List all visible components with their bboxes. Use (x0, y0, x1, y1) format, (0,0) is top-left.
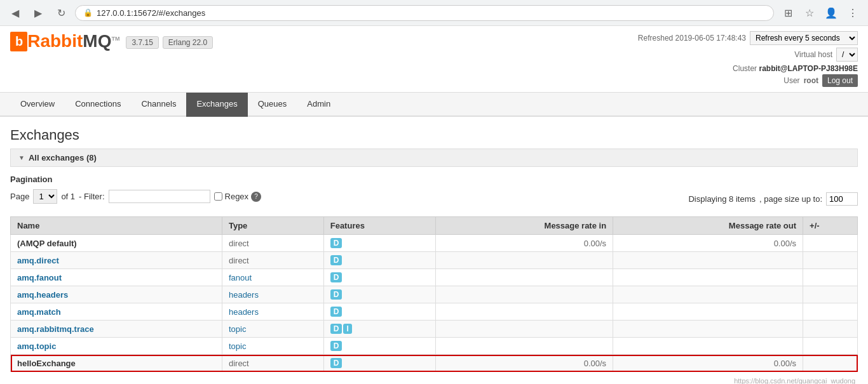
cell-type: direct (222, 355, 323, 372)
cell-plus-minus (803, 303, 858, 321)
display-info: Displaying 8 items , page size up to: (688, 192, 858, 206)
main-nav: Overview Connections Channels Exchanges … (0, 93, 868, 117)
pagination-section: Pagination Page 1 of 1 - Filter: Regex ?… (10, 175, 858, 209)
virtual-host-row: Virtual host / (638, 48, 858, 62)
cell-features: D (323, 235, 436, 252)
section-header-text: All exchanges (8) (29, 153, 97, 162)
table-row: amq.matchheadersD (11, 303, 858, 321)
cell-features: D (323, 286, 436, 303)
nav-queues[interactable]: Queues (248, 93, 297, 117)
cell-type: direct (222, 235, 323, 252)
cell-rate-in: 0.00/s (436, 235, 613, 252)
cell-name: (AMQP default) (11, 235, 222, 252)
regex-checkbox[interactable] (214, 192, 222, 201)
page-label: Page (10, 192, 29, 201)
lock-icon: 🔒 (83, 8, 93, 17)
cell-name: helloExchange (11, 355, 222, 372)
nav-exchanges[interactable]: Exchanges (186, 93, 247, 117)
cell-rate-out (613, 321, 803, 338)
browser-actions: ⊞ ☆ 👤 ⋮ (779, 4, 862, 22)
cell-features: D (323, 338, 436, 355)
feature-badge: D (330, 272, 342, 282)
col-name: Name (11, 217, 222, 235)
pagination-controls: Page 1 of 1 - Filter: Regex ? (10, 189, 261, 204)
cell-features: DI (323, 321, 436, 338)
page-select[interactable]: 1 (33, 189, 57, 204)
nav-overview[interactable]: Overview (10, 93, 65, 117)
help-badge[interactable]: ? (251, 192, 261, 202)
feature-badge: D (330, 238, 342, 248)
version-badge: 3.7.15 (126, 36, 158, 49)
col-type: Type (222, 217, 323, 235)
refresh-row: Refreshed 2019-06-05 17:48:43 Refresh ev… (638, 31, 858, 45)
account-button[interactable]: 👤 (822, 4, 840, 22)
page-size-input[interactable] (826, 192, 858, 206)
page-title: Exchanges (10, 127, 858, 143)
exchange-link[interactable]: amq.fanout (17, 273, 62, 282)
table-row: amq.headersheadersD (11, 286, 858, 303)
cell-rate-in (436, 269, 613, 286)
cluster-value: rabbit@LAPTOP-PJ83H98E (759, 64, 858, 73)
cell-plus-minus (803, 338, 858, 355)
back-button[interactable]: ◀ (6, 4, 24, 22)
filter-input[interactable] (109, 190, 210, 203)
cell-rate-in (436, 338, 613, 355)
table-row: amq.topictopicD (11, 338, 858, 355)
version-badges: 3.7.15 Erlang 22.0 (126, 36, 213, 49)
displaying-text: Displaying 8 items (688, 194, 756, 204)
cell-rate-in (436, 286, 613, 303)
cell-type: topic (222, 338, 323, 355)
cell-rate-out (613, 286, 803, 303)
cell-rate-in (436, 321, 613, 338)
filter-label: - Filter: (79, 192, 104, 201)
virtual-host-label: Virtual host (794, 50, 832, 59)
cell-plus-minus (803, 355, 858, 372)
user-value: root (804, 76, 818, 85)
nav-admin[interactable]: Admin (297, 93, 341, 117)
cell-name: amq.rabbitmq.trace (11, 321, 222, 338)
exchange-link[interactable]: amq.topic (17, 341, 56, 351)
cell-rate-out (613, 338, 803, 355)
col-features: Features (323, 217, 436, 235)
cell-plus-minus (803, 269, 858, 286)
virtual-host-select[interactable]: / (836, 48, 858, 62)
cell-type: headers (222, 303, 323, 321)
menu-button[interactable]: ⋮ (844, 4, 862, 22)
cell-type: headers (222, 286, 323, 303)
cell-plus-minus (803, 286, 858, 303)
screenshot-button[interactable]: ⊞ (779, 4, 797, 22)
cell-plus-minus (803, 252, 858, 269)
cell-type: fanout (222, 269, 323, 286)
exchange-link[interactable]: amq.match (17, 307, 61, 317)
cell-rate-in (436, 303, 613, 321)
cell-name: amq.fanout (11, 269, 222, 286)
table-row: (AMQP default)directD0.00/s0.00/s (11, 235, 858, 252)
nav-connections[interactable]: Connections (65, 93, 131, 117)
refresh-button[interactable]: ↻ (52, 4, 70, 22)
exchange-link[interactable]: amq.headers (17, 290, 68, 300)
exchange-link[interactable]: amq.rabbitmq.trace (17, 324, 94, 334)
nav-channels[interactable]: Channels (131, 93, 186, 117)
refresh-select[interactable]: Refresh every 5 seconds Refresh every 10… (750, 31, 858, 45)
exchange-link[interactable]: amq.direct (17, 256, 59, 265)
cell-name: amq.topic (11, 338, 222, 355)
feature-badge: I (343, 324, 351, 334)
cell-rate-out (613, 269, 803, 286)
cell-plus-minus (803, 235, 858, 252)
cell-features: D (323, 269, 436, 286)
erlang-badge: Erlang 22.0 (163, 36, 213, 49)
cell-type: direct (222, 252, 323, 269)
cluster-row: Cluster rabbit@LAPTOP-PJ83H98E (638, 64, 858, 73)
feature-badge: D (330, 358, 342, 368)
cell-rate-out: 0.00/s (613, 355, 803, 372)
section-header[interactable]: ▼ All exchanges (8) (10, 149, 858, 167)
cell-rate-in (436, 252, 613, 269)
feature-badge: D (330, 255, 342, 265)
bookmark-button[interactable]: ☆ (801, 4, 818, 22)
forward-button[interactable]: ▶ (29, 4, 47, 22)
cell-features: D (323, 303, 436, 321)
feature-badge: D (330, 289, 342, 300)
logout-button[interactable]: Log out (822, 74, 858, 87)
refreshed-text: Refreshed 2019-06-05 17:48:43 (638, 34, 746, 43)
table-row: amq.fanoutfanoutD (11, 269, 858, 286)
